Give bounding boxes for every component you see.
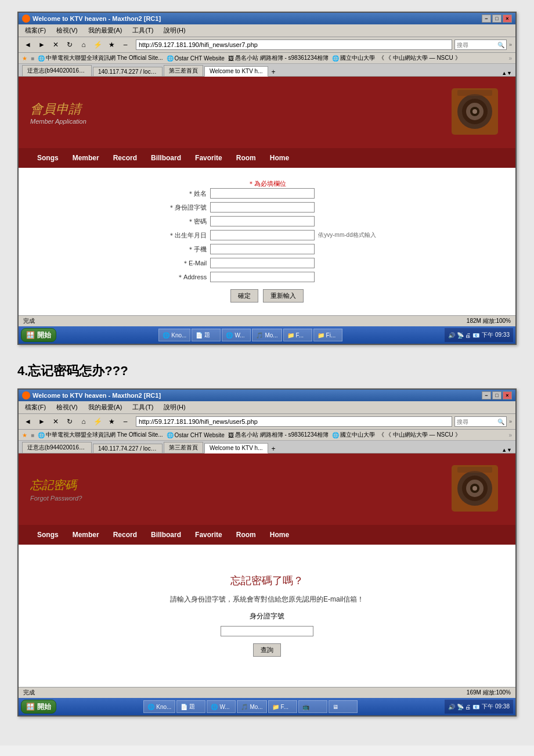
tab-1-3[interactable]: 第三差首頁 [164, 65, 203, 76]
submit-btn-1[interactable]: 確定 [230, 289, 258, 303]
new-tab-btn-1[interactable]: + [269, 68, 278, 76]
address-input-1[interactable] [136, 39, 452, 50]
nav-favorite-1[interactable]: Favorite [188, 152, 229, 164]
start-button-2[interactable]: 🪟 開始 [21, 700, 56, 714]
tab-1-4[interactable]: Welcome to KTV h... [204, 66, 268, 77]
maximize-btn-1[interactable]: □ [492, 15, 501, 23]
bookmark-4[interactable]: 🌐 國立中山大學 [332, 54, 375, 62]
new-tab-btn-2[interactable]: + [269, 445, 278, 453]
search-icon-1[interactable]: 🔍 [496, 42, 506, 48]
minimize-btn-1[interactable]: − [482, 15, 491, 23]
nav-room-1[interactable]: Room [229, 152, 263, 164]
nav-record-2[interactable]: Record [106, 528, 144, 541]
nav-record-1[interactable]: Record [106, 152, 144, 164]
back-btn-1[interactable]: ◄ [22, 39, 34, 51]
tab-1-1[interactable]: 迂意志(b944020016) - 資料庫管理... [22, 65, 92, 76]
input-id[interactable] [210, 202, 315, 213]
feeds-btn-2[interactable]: ⚡ [92, 416, 103, 427]
start-button-1[interactable]: 🪟 開始 [21, 328, 56, 342]
input-name[interactable] [210, 188, 315, 199]
bookmark-5[interactable]: 《 《 中山網站大學 — NSCU 》 [378, 54, 460, 62]
taskbar-item-2-1[interactable]: 🌐Kno... [143, 700, 175, 713]
refresh-btn-1[interactable]: ↻ [64, 39, 75, 51]
taskbar-item-6[interactable]: 📁Fi... [313, 329, 342, 341]
menu-file-2[interactable]: 檔案(F) [23, 402, 48, 412]
bookmark-b4[interactable]: 🌐 國立中山大學 [332, 431, 375, 439]
minimize-btn-2[interactable]: − [482, 391, 491, 399]
nav-home-2[interactable]: Home [263, 528, 296, 541]
home-btn-1[interactable]: ⌂ [78, 39, 89, 51]
tab-2-1[interactable]: 迂意志(b944020016) - 資料庫管理... [22, 442, 92, 453]
taskbar-item-5[interactable]: 📁F... [283, 329, 312, 341]
tab-2-4[interactable]: Welcome to KTV h... [204, 443, 268, 453]
stop-btn-1[interactable]: ✕ [50, 39, 62, 51]
refresh-btn-2[interactable]: ↻ [64, 416, 75, 427]
menu-fav-1[interactable]: 我的最愛(A) [86, 26, 124, 35]
taskbar-item-2-5[interactable]: 📁F... [268, 700, 297, 713]
menu-view-1[interactable]: 檢視(V) [55, 26, 80, 35]
search-input-2[interactable] [455, 417, 496, 426]
bookmark-b5[interactable]: 《 《 中山網站大學 — NSCU 》 [378, 431, 460, 439]
menu-file-1[interactable]: 檔案(F) [23, 26, 48, 35]
bookmark-1[interactable]: 🌐 中華電視大聯盟全球資訊網 The Official Site... [38, 54, 163, 62]
taskbar-item-1[interactable]: 🌐Kno... [158, 329, 190, 341]
bookmark-3[interactable]: 🖼 愚名小站 網路相簿 - s98361234相簿 [228, 54, 329, 62]
home-btn-2[interactable]: ⌂ [78, 416, 89, 427]
search-icon-2[interactable]: 🔍 [496, 419, 506, 425]
input-dob[interactable] [210, 230, 315, 240]
taskbar-item-2-2[interactable]: 📄題 [176, 700, 205, 713]
dash-btn-1[interactable]: – [120, 39, 131, 51]
search-input-1[interactable] [455, 40, 496, 49]
star-btn-1[interactable]: ★ [106, 39, 117, 51]
label-name: ＊姓名 [158, 189, 210, 198]
nav-room-2[interactable]: Room [229, 528, 263, 541]
input-address[interactable] [210, 272, 315, 282]
nav-songs-2[interactable]: Songs [30, 528, 66, 541]
taskbar-item-2-7[interactable]: 🖥 [329, 700, 358, 713]
feeds-btn-1[interactable]: ⚡ [92, 39, 103, 51]
taskbar-item-3[interactable]: 🌐W... [222, 329, 251, 341]
bookmark-2[interactable]: 🌐 Ostar CHT Website [167, 55, 225, 62]
forgot-submit-btn[interactable]: 查詢 [253, 643, 281, 657]
stop-btn-2[interactable]: ✕ [50, 416, 62, 427]
taskbar-item-2-4[interactable]: 🎵Mo... [237, 700, 266, 713]
tab-2-3[interactable]: 第三差首頁 [164, 442, 203, 453]
nav-billboard-2[interactable]: Billboard [144, 528, 188, 541]
star-btn-2[interactable]: ★ [106, 416, 117, 427]
input-password[interactable] [210, 216, 315, 226]
menu-tools-2[interactable]: 工具(T) [131, 402, 155, 412]
forgot-id-input[interactable] [221, 626, 313, 636]
nav-favorite-2[interactable]: Favorite [188, 528, 229, 541]
reset-btn-1[interactable]: 重新輸入 [263, 289, 304, 303]
close-btn-2[interactable]: × [503, 391, 512, 399]
bookmark-b1[interactable]: 🌐 中華電視大聯盟全球資訊網 The Official Site... [38, 431, 163, 439]
tab-1-2[interactable]: 140.117.74.227 / localhost / db_06 ... [93, 67, 163, 76]
nav-member-1[interactable]: Member [66, 152, 106, 164]
taskbar-item-4[interactable]: 🎵Mo... [252, 329, 282, 341]
forward-btn-2[interactable]: ► [36, 416, 48, 427]
menu-help-1[interactable]: 說明(H) [162, 26, 187, 35]
taskbar-item-2[interactable]: 📄題 [192, 329, 221, 341]
taskbar-item-2-3[interactable]: 🌐W... [207, 700, 236, 713]
input-email[interactable] [210, 258, 315, 268]
nav-home-1[interactable]: Home [263, 152, 296, 164]
menu-fav-2[interactable]: 我的最愛(A) [86, 402, 124, 412]
menu-tools-1[interactable]: 工具(T) [131, 26, 155, 35]
close-btn-1[interactable]: × [503, 15, 512, 23]
nav-billboard-1[interactable]: Billboard [144, 152, 188, 164]
input-phone[interactable] [210, 244, 315, 254]
menu-help-2[interactable]: 說明(H) [162, 402, 187, 412]
taskbar-items-1: 🌐Kno... 📄題 🌐W... 🎵Mo... 📁F... 📁Fi... [158, 329, 342, 341]
nav-songs-1[interactable]: Songs [30, 152, 66, 164]
taskbar-item-2-6[interactable]: 📺 [298, 700, 327, 713]
address-input-2[interactable] [136, 416, 452, 427]
back-btn-2[interactable]: ◄ [22, 416, 34, 427]
bookmark-b3[interactable]: 🖼 愚名小站 網路相簿 - s98361234相簿 [228, 431, 329, 439]
nav-member-2[interactable]: Member [66, 528, 106, 541]
bookmark-b2[interactable]: 🌐 Ostar CHT Website [167, 432, 225, 438]
menu-view-2[interactable]: 檢視(V) [55, 402, 80, 412]
dash-btn-2[interactable]: – [120, 416, 131, 427]
maximize-btn-2[interactable]: □ [492, 391, 501, 399]
forward-btn-1[interactable]: ► [36, 39, 48, 51]
tab-2-2[interactable]: 140.117.74.227 / localhost / db_06 ... [93, 444, 163, 453]
